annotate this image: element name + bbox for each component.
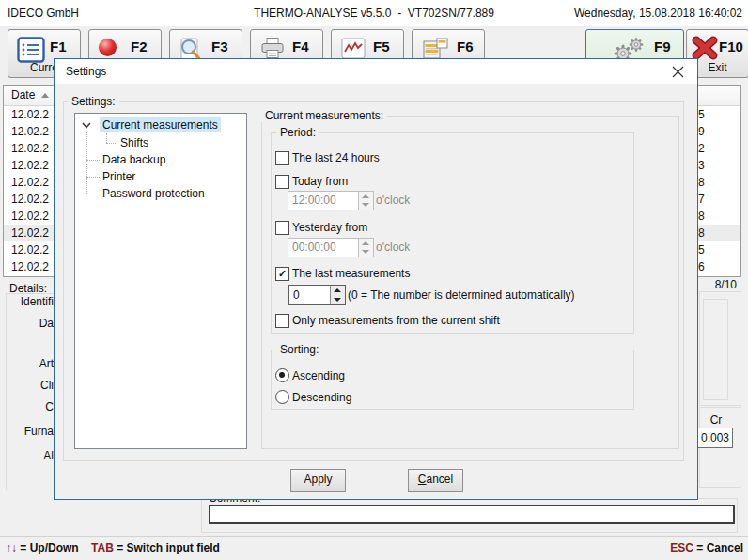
table-row[interactable]: 5 (696, 106, 740, 123)
radio-descending[interactable] (275, 390, 289, 404)
tree-guide (86, 160, 100, 161)
cr-value-field: 0.003 (697, 428, 733, 448)
datetime-label: Wednesday, 15.08.2018 16:40:02 (574, 7, 742, 20)
checkbox-yesterday-from-label[interactable]: Yesterday from (292, 221, 367, 234)
table-row[interactable]: 3 (696, 157, 740, 174)
measurement-table-right: 5 9 2 3 8 7 8 8 5 6 (696, 85, 741, 277)
radio-ascending[interactable] (275, 368, 289, 382)
radio-ascending-label[interactable]: Ascending (292, 369, 345, 382)
f4-key-label: F4 (292, 39, 309, 54)
oclock-label: o'clock (376, 241, 410, 254)
details-field-label: Art (1, 357, 54, 370)
exit-icon (691, 36, 719, 60)
checkbox-current-shift-only[interactable] (275, 314, 289, 328)
settings-tree: Current measurements Shifts Data backup … (74, 113, 247, 449)
checkbox-last-24-hours-label[interactable]: The last 24 hours (292, 151, 380, 164)
tree-item-data-backup[interactable]: Data backup (102, 153, 165, 166)
f10-key-label: F10 (719, 39, 743, 54)
count-hint-label: (0 = The number is determined automatica… (348, 288, 575, 302)
tree-item-printer[interactable]: Printer (102, 170, 135, 183)
date-header-label: Date (4, 88, 35, 101)
record-icon (99, 39, 117, 56)
details-field-label: Da (1, 317, 54, 330)
time-spinner (358, 239, 373, 257)
details-field-label: Furna (1, 425, 54, 438)
details-field-label: Al (1, 449, 54, 462)
checkbox-today-from-label[interactable]: Today from (292, 175, 348, 188)
updown-desc: = Up/Down (20, 541, 78, 554)
tree-item-password-protection[interactable]: Password protection (102, 187, 205, 200)
close-icon[interactable] (672, 66, 684, 78)
table-row-selected[interactable]: 8 (696, 225, 740, 241)
tree-guide (106, 133, 107, 143)
cancel-label-rest: ancel (426, 473, 453, 486)
table-row[interactable]: 6 (696, 258, 740, 275)
settings-dialog: Settings Settings: Current measurements … (54, 58, 698, 500)
sorting-group-label: Sorting: (276, 343, 322, 356)
apply-button[interactable]: Apply (290, 469, 346, 492)
tab-hotkey: TAB (82, 541, 114, 554)
table-row[interactable]: 2 (696, 140, 740, 157)
checkbox-last-measurements-label[interactable]: The last measurements (292, 267, 410, 280)
list-icon (17, 37, 45, 63)
f5-key-label: F5 (373, 39, 390, 54)
cancel-button[interactable]: Cancel (408, 469, 463, 492)
f6-key-label: F6 (457, 39, 474, 54)
yesterday-time-value: 00:00:00 (292, 241, 336, 254)
f3-key-label: F3 (211, 39, 228, 54)
today-time-value: 12:00:00 (292, 194, 336, 207)
app-titlebar: IDECO GmbH THERMO-ANALYSE v5.5.0 - VT702… (0, 0, 748, 26)
panel-fragment (703, 299, 728, 400)
today-time-input: 12:00:00 (288, 191, 374, 210)
table-row[interactable]: 12.02.2 (4, 157, 55, 174)
app-window: IDECO GmbH THERMO-ANALYSE v5.5.0 - VT702… (0, 0, 748, 560)
tree-guide (86, 177, 100, 178)
table-row[interactable]: 8 (696, 174, 740, 191)
tree-item-shifts[interactable]: Shifts (120, 136, 148, 149)
settings-group-label: Settings: (68, 95, 119, 108)
table-row[interactable]: 12.02.2 (4, 258, 55, 275)
row-pager-label: 8/10 (701, 278, 737, 291)
esc-hotkey: ESC (670, 541, 693, 554)
table-row-selected[interactable]: 12.02.2 (4, 225, 55, 241)
checkbox-last-measurements[interactable]: ✓ (275, 267, 289, 281)
date-column-header[interactable]: Date (4, 86, 55, 106)
table-row[interactable]: 7 (696, 191, 740, 208)
cr-column-label: Cr (699, 413, 733, 427)
f9-key-label: F9 (654, 39, 671, 54)
table-row[interactable]: 12.02.2 (4, 140, 55, 157)
tab-desc: = Switch input field (117, 541, 220, 554)
radio-descending-label[interactable]: Descending (292, 391, 351, 404)
table-row[interactable]: 12.02.2 (4, 106, 55, 123)
updown-hotkey: ↑↓ (6, 541, 17, 554)
comment-input[interactable] (209, 505, 735, 524)
oclock-label: o'clock (376, 194, 410, 207)
status-bar: ↑↓ = Up/Down TAB = Switch input field ES… (0, 536, 748, 560)
esc-desc: = Cancel (696, 541, 743, 554)
f2-key-label: F2 (131, 39, 148, 54)
checkbox-last-24-hours[interactable] (275, 151, 289, 165)
table-row[interactable]: 12.02.2 (4, 123, 55, 140)
table-row[interactable]: 5 (696, 241, 740, 258)
measurement-count-input[interactable]: 0 (288, 285, 346, 305)
measurement-table-left: Date 12.02.2 12.02.2 12.02.2 12.02.2 12.… (3, 85, 55, 277)
checkbox-yesterday-from[interactable] (275, 221, 289, 235)
tree-guide (86, 132, 87, 194)
dialog-titlebar[interactable]: Settings (55, 59, 697, 84)
checkbox-today-from[interactable] (275, 175, 289, 189)
checkbox-current-shift-only-label[interactable]: Only measurements from the current shift (292, 314, 500, 327)
tree-guide (106, 143, 117, 144)
radio-dot (279, 372, 285, 378)
tree-item-current-measurements[interactable]: Current measurements (100, 117, 221, 132)
table-row[interactable]: 8 (696, 208, 740, 225)
table-row[interactable]: 12.02.2 (4, 208, 55, 225)
chevron-down-icon[interactable] (82, 122, 91, 129)
time-spinner (358, 192, 373, 210)
count-spinner[interactable] (330, 286, 345, 304)
yesterday-time-input: 00:00:00 (288, 238, 374, 257)
table-row[interactable]: 12.02.2 (4, 241, 55, 258)
table-row[interactable]: 12.02.2 (4, 191, 55, 208)
table-row[interactable]: 9 (696, 123, 740, 140)
sort-ascending-icon (41, 93, 49, 98)
table-row[interactable]: 12.02.2 (4, 174, 55, 191)
